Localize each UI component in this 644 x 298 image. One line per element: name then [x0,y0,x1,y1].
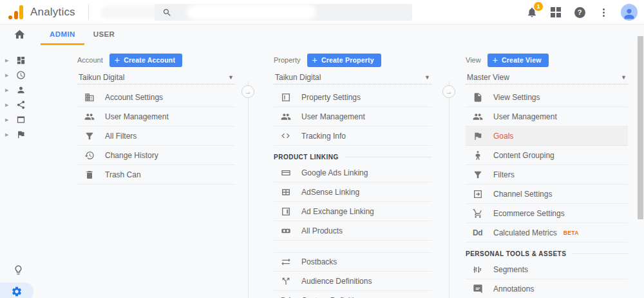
list-item-account-settings[interactable]: Account Settings [77,88,235,107]
list-item-property-settings[interactable]: Property Settings [274,88,431,107]
segments-icon [472,264,483,275]
list-item-label: User Management [493,112,557,121]
vertical-scrollbar[interactable] [638,36,643,219]
list-item-all-filters[interactable]: All Filters [77,126,235,146]
header-divider [88,5,89,20]
annotations-icon [472,284,483,294]
customization-icon [16,55,26,65]
expand-caret-icon: ▶ [5,132,8,137]
admin-nav-item-active[interactable] [0,283,33,298]
list-item-google-ads-linking[interactable]: Google Ads Linking [274,163,431,183]
list-item-label: Change History [105,151,158,160]
list-item-all-products[interactable]: All Products [274,221,431,241]
ad-exchange-icon [280,206,291,217]
behavior-nav-item[interactable]: ▶ [0,112,37,127]
list-item-change-history[interactable]: Change History [77,146,235,165]
building-icon [84,92,95,103]
list-item-view-settings[interactable]: View Settings [466,88,628,107]
column-divider [449,81,450,298]
users-icon [280,112,291,122]
google-ads-icon [280,168,291,178]
list-item-calculated-metrics[interactable]: DdCalculated MetricsBETA [466,223,628,243]
apps-grid-icon[interactable] [549,6,562,19]
list-item-label: Property Settings [301,93,361,102]
list-item-label: Ad Exchange Linking [301,207,374,216]
list-item-custom-definitions[interactable]: DdCustom Definitions [274,291,431,298]
property-column: Property + Create Property Taikun Digita… [274,45,431,298]
list-item-user-management[interactable]: User Management [274,107,431,126]
filter-icon [472,170,483,180]
list-item-user-management[interactable]: User Management [77,107,235,126]
list-item-filters[interactable]: Filters [466,165,628,184]
plus-icon: + [493,55,498,65]
audience-nav-item[interactable]: ▶ [0,83,37,97]
code-icon [280,131,291,141]
list-item-label: User Management [301,112,365,121]
admin-tabbar: ADMIN USER [37,25,124,45]
app-header: Analytics 1 ? [0,0,644,25]
section-header: PERSONAL TOOLS & ASSETS [466,249,628,258]
notifications-bell-icon[interactable]: 1 [526,6,538,19]
view-selector[interactable]: Master View ▼ [466,70,628,84]
expand-caret-icon: ▶ [5,73,8,78]
create-property-button[interactable]: + Create Property [307,54,381,67]
ecommerce-icon [472,208,483,219]
list-item-label: Google Ads Linking [301,168,368,177]
list-item-ecommerce-settings[interactable]: Ecommerce Settings [466,204,628,223]
list-item-tracking-info[interactable]: Tracking Info [274,126,431,146]
customization-nav-item[interactable]: ▶ [0,53,37,68]
list-item-label: Custom Definitions [301,296,366,298]
list-item-annotations[interactable]: Annotations [466,279,628,298]
tab-admin[interactable]: ADMIN [41,25,84,45]
tab-user[interactable]: USER [84,25,124,45]
admin-panel: Account + Create Account Taikun Digital … [37,45,644,298]
search-input[interactable] [155,4,412,21]
list-item-content-grouping[interactable]: Content Grouping [466,146,628,165]
behavior-icon [16,115,26,124]
account-column: Account + Create Account Taikun Digital … [77,45,235,184]
list-item-audience-definitions[interactable]: Audience Definitions [274,272,431,291]
account-selector[interactable]: Taikun Digital ▼ [77,70,235,84]
left-nav-sidebar: ▶▶▶▶▶▶ [0,25,37,298]
collapse-account-column-icon[interactable]: → [242,85,254,98]
admin-gear-icon [11,286,23,297]
user-avatar[interactable] [621,4,638,21]
users-icon [84,112,95,122]
create-account-button[interactable]: + Create Account [109,54,182,67]
list-item-user-management[interactable]: User Management [466,107,628,126]
collapse-property-column-icon[interactable]: → [442,85,455,98]
list-item-goals[interactable]: Goals [466,126,628,146]
expand-caret-icon: ▶ [5,58,8,63]
list-item-label: Postbacks [301,257,337,266]
realtime-icon [16,70,26,80]
chevron-down-icon: ▼ [621,74,627,81]
content-grouping-icon [472,150,483,161]
flag-icon [472,131,483,141]
list-item-channel-settings[interactable]: Channel Settings [466,184,628,204]
home-nav-item[interactable] [0,25,37,44]
create-view-button[interactable]: + Create View [488,54,549,67]
discover-nav-item[interactable] [0,261,37,279]
dd-icon: Dd [280,296,291,298]
property-settings-icon [280,92,291,103]
list-item-ad-exchange-linking[interactable]: Ad Exchange Linking [274,202,431,221]
list-item-postbacks[interactable]: Postbacks [274,252,431,272]
property-selector[interactable]: Taikun Digital ▼ [274,70,431,84]
home-icon [14,28,26,41]
channel-settings-icon [472,189,483,199]
beta-badge: BETA [564,230,579,236]
list-item-trash-can[interactable]: Trash Can [77,165,235,184]
list-item-label: Tracking Info [301,132,346,141]
help-icon[interactable]: ? [573,6,586,19]
more-options-icon[interactable] [597,6,610,19]
column-divider [248,81,249,298]
acquisition-nav-item[interactable]: ▶ [0,97,37,112]
conversions-nav-item[interactable]: ▶ [0,127,37,142]
list-item-label: Filters [493,170,515,179]
google-analytics-logo-icon [8,5,24,19]
list-item-segments[interactable]: Segments [466,260,628,279]
realtime-nav-item[interactable]: ▶ [0,68,37,83]
list-item-label: Goals [493,132,513,141]
list-item-label: Calculated Metrics [493,228,557,237]
list-item-adsense-linking[interactable]: AdSense Linking [274,183,431,202]
